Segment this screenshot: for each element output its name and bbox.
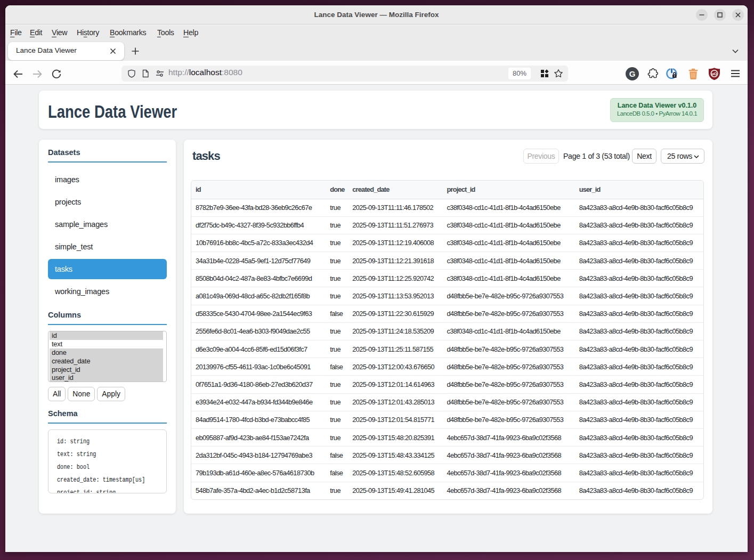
svg-text:uO: uO	[711, 71, 717, 76]
